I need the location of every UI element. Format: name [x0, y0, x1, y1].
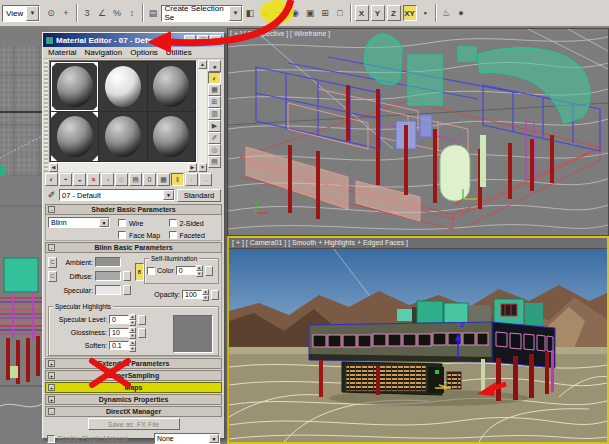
- menu-material[interactable]: Material: [48, 48, 76, 57]
- shader-type-dropdown[interactable]: Blinn ▼: [48, 217, 110, 228]
- mirror-icon[interactable]: ◧: [243, 4, 257, 22]
- minimize-button[interactable]: _: [184, 35, 196, 45]
- quick-render-icon[interactable]: ♨: [439, 4, 453, 22]
- collapse-icon[interactable]: -: [48, 206, 55, 213]
- menu-navigation[interactable]: Navigation: [84, 48, 122, 57]
- snap-toggle-3d-icon[interactable]: 3: [80, 4, 94, 22]
- scroll-track[interactable]: [198, 69, 207, 163]
- scroll-track[interactable]: [58, 163, 188, 172]
- viewport-camera[interactable]: [ + ] [ Camera01 ] [ Smooth + Highlights…: [227, 236, 609, 444]
- scroll-up-icon[interactable]: ▲: [198, 60, 207, 69]
- reset-map-icon[interactable]: ×: [87, 173, 100, 186]
- sample-slot[interactable]: [148, 112, 195, 161]
- specular-level-value[interactable]: 0: [109, 315, 129, 324]
- pick-material-eyedropper-icon[interactable]: ✐: [46, 189, 57, 201]
- specular-color-swatch[interactable]: [95, 285, 121, 295]
- spin-down-icon[interactable]: ▼: [202, 295, 209, 301]
- use-center-icon[interactable]: ⊙: [44, 4, 58, 22]
- put-material-to-scene-icon[interactable]: ◓: [59, 173, 72, 186]
- menu-options[interactable]: Options: [130, 48, 158, 57]
- rollout-dynamics-properties[interactable]: + Dynamics Properties: [45, 394, 222, 405]
- sample-slot[interactable]: [99, 112, 146, 161]
- self-illum-map-button[interactable]: [205, 266, 213, 276]
- rollout-maps[interactable]: + Maps: [45, 382, 222, 393]
- faceted-checkbox[interactable]: [169, 231, 177, 239]
- restrict-xy-plane-button[interactable]: XY: [403, 5, 417, 21]
- sample-slot[interactable]: [148, 62, 195, 111]
- material-map-navigator-icon[interactable]: ▤: [208, 156, 221, 168]
- material-name-dropdown[interactable]: 07 - Default ▼: [59, 189, 175, 201]
- get-material-icon[interactable]: ◐: [45, 173, 58, 186]
- rollout-shader-basic-parameters[interactable]: - Shader Basic Parameters: [45, 204, 222, 215]
- named-selection-set-dropdown[interactable]: Create Selection Se ▼: [161, 5, 243, 22]
- go-forward-to-sibling-icon[interactable]: →: [199, 173, 212, 186]
- vertical-scrollbar[interactable]: ▲ ▼: [198, 60, 207, 172]
- spinner-snap-icon[interactable]: ↕: [125, 4, 139, 22]
- select-and-manipulate-icon[interactable]: +: [59, 4, 73, 22]
- make-preview-icon[interactable]: ▶: [208, 120, 221, 132]
- soften-value[interactable]: 0.1: [109, 341, 129, 350]
- scroll-left-icon[interactable]: ◀: [49, 163, 58, 172]
- video-color-check-icon[interactable]: ▥: [208, 108, 221, 120]
- scroll-down-icon[interactable]: ▼: [198, 163, 207, 172]
- make-material-copy-icon[interactable]: ◑: [101, 173, 114, 186]
- face-map-checkbox[interactable]: [118, 231, 126, 239]
- make-unique-icon[interactable]: ⊙: [115, 173, 128, 186]
- assign-material-to-selection-icon[interactable]: ◒: [73, 173, 86, 186]
- schematic-view-icon[interactable]: ⊞: [318, 4, 332, 22]
- self-illum-color-checkbox[interactable]: [147, 267, 155, 275]
- chevron-down-icon[interactable]: ▼: [26, 6, 39, 21]
- viewport-label[interactable]: [ + ] [ Perspective ] [ Wireframe ]: [230, 30, 330, 37]
- menu-utilities[interactable]: Utilities: [166, 48, 192, 57]
- diffuse-lock-icon[interactable]: C: [48, 271, 57, 282]
- render-type-icon[interactable]: □: [333, 4, 347, 22]
- material-type-button[interactable]: Standard: [177, 189, 221, 202]
- reference-coordinate-dropdown[interactable]: View ▼: [2, 5, 40, 22]
- background-icon[interactable]: ▦: [208, 84, 221, 96]
- spin-down-icon[interactable]: ▼: [129, 346, 136, 352]
- enable-plugin-material-checkbox[interactable]: [47, 435, 55, 443]
- show-end-result-icon[interactable]: ‖: [171, 173, 184, 186]
- maximize-button[interactable]: □: [197, 35, 209, 45]
- restrict-z-button[interactable]: Z: [387, 5, 401, 21]
- curve-editor-icon[interactable]: ~: [273, 4, 287, 22]
- opacity-map-button[interactable]: [211, 290, 219, 300]
- backlight-icon[interactable]: ◐: [208, 72, 221, 84]
- material-editor-icon[interactable]: ◉: [288, 4, 302, 22]
- sample-uv-tiling-icon[interactable]: ⊞: [208, 96, 221, 108]
- save-fx-file-button[interactable]: Save as .FX File: [88, 418, 180, 430]
- percent-snap-icon[interactable]: %: [110, 4, 124, 22]
- render-last-icon[interactable]: ●: [454, 4, 468, 22]
- collapse-icon[interactable]: -: [48, 408, 55, 415]
- spin-down-icon[interactable]: ▼: [129, 320, 136, 326]
- horizontal-scrollbar[interactable]: ◀ ▶: [49, 163, 197, 172]
- rollout-blinn-basic-parameters[interactable]: - Blinn Basic Parameters: [45, 242, 222, 253]
- ambient-lock-icon[interactable]: C: [48, 257, 57, 268]
- glossiness-map-button[interactable]: [138, 328, 146, 338]
- select-by-material-icon[interactable]: ◎: [208, 144, 221, 156]
- chevron-down-icon[interactable]: ▼: [99, 218, 109, 227]
- specular-map-button[interactable]: [123, 285, 131, 295]
- axis-constraint-flyout-icon[interactable]: ▪: [418, 4, 432, 22]
- expand-icon[interactable]: +: [48, 372, 55, 379]
- restrict-x-button[interactable]: X: [355, 5, 369, 21]
- palette-drag-strip[interactable]: [44, 60, 48, 172]
- spin-down-icon[interactable]: ▼: [196, 271, 203, 277]
- rollout-supersampling[interactable]: + SuperSampling: [45, 370, 222, 381]
- specular-level-map-button[interactable]: [138, 315, 146, 325]
- wire-checkbox[interactable]: [118, 219, 126, 227]
- viewport-label[interactable]: [ + ] [ Camera01 ] [ Smooth + Highlights…: [232, 239, 408, 246]
- chevron-down-icon[interactable]: ▼: [229, 6, 241, 21]
- sample-slot[interactable]: [51, 112, 98, 161]
- rollout-extended-parameters[interactable]: + Extended Parameters: [45, 358, 222, 369]
- restrict-y-button[interactable]: Y: [371, 5, 385, 21]
- expand-icon[interactable]: +: [48, 384, 55, 391]
- show-map-in-viewport-icon[interactable]: ▦: [157, 173, 170, 186]
- viewport-wireframe[interactable]: [ + ] [ Perspective ] [ Wireframe ]: [227, 28, 609, 236]
- diffuse-map-button[interactable]: [123, 271, 131, 281]
- window-titlebar[interactable]: Material Editor - 07 - Default _ □ ×: [43, 33, 224, 47]
- chevron-down-icon[interactable]: ▼: [209, 434, 219, 443]
- put-to-library-icon[interactable]: ▤: [129, 173, 142, 186]
- material-editor-options-icon[interactable]: ✐: [208, 132, 221, 144]
- named-selection-sets-icon[interactable]: ▤: [146, 4, 160, 22]
